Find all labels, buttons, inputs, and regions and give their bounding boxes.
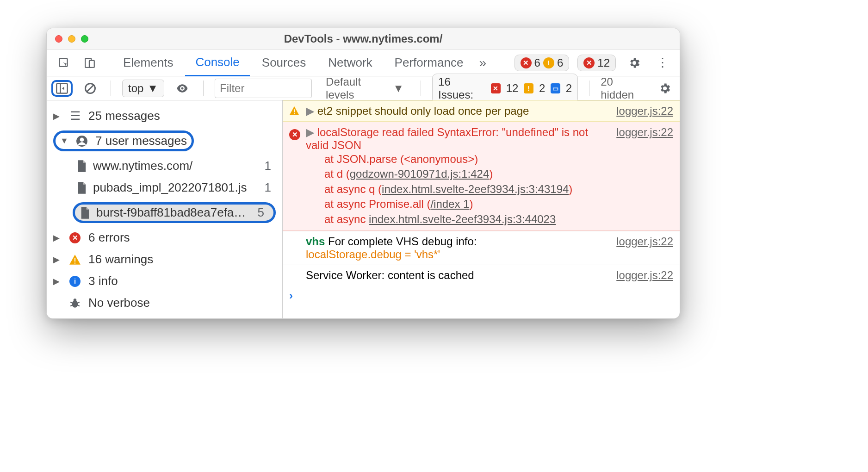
device-toolbar-icon[interactable] xyxy=(81,55,99,71)
sidebar-info-row[interactable]: ▶ i 3 info xyxy=(50,270,279,292)
devtools-window: DevTools - www.nytimes.com/ Elements Con… xyxy=(46,28,680,319)
svg-point-9 xyxy=(80,137,84,142)
sidebar-warnings-row[interactable]: ▶ 16 warnings xyxy=(50,248,279,270)
sidebar-source-row[interactable]: www.nytimes.com/ 1 xyxy=(50,155,279,177)
error-count: 6 xyxy=(534,56,540,69)
tab-console[interactable]: Console xyxy=(185,50,249,76)
separator xyxy=(108,55,108,71)
hidden-count[interactable]: 20 hidden xyxy=(601,75,646,101)
collapse-icon: ▼ xyxy=(60,136,68,146)
warning-icon xyxy=(68,254,82,266)
error-warning-badge[interactable]: ✕ 6 ! 6 xyxy=(515,55,570,71)
sidebar-verbose-row[interactable]: No verbose xyxy=(50,292,279,314)
stack-link[interactable]: index.html.svelte-2eef3934.js:3:43194 xyxy=(382,183,569,195)
issues-info-icon: ▭ xyxy=(551,83,560,93)
tab-sources[interactable]: Sources xyxy=(252,50,316,75)
sidebar-source-row[interactable]: pubads_impl_2022071801.js 1 xyxy=(50,177,279,199)
expand-icon: ▶ xyxy=(53,276,62,286)
kebab-menu-icon[interactable]: ⋮ xyxy=(653,54,672,72)
log-entry-info[interactable]: vhs For complete VHS debug info: localSt… xyxy=(283,231,680,265)
sidebar-source-row[interactable]: burst-f9baff81bad8ea7efa3c.js 5 xyxy=(50,199,279,227)
console-settings-icon[interactable] xyxy=(655,80,675,97)
source-link[interactable]: logger.js:22 xyxy=(611,126,673,227)
extension-error-count: 12 xyxy=(597,56,610,69)
stack-link[interactable]: /index 1 xyxy=(430,198,469,210)
log-entry-info[interactable]: Service Worker: content is cached logger… xyxy=(283,265,680,286)
svg-rect-2 xyxy=(89,60,94,67)
info-label: 3 info xyxy=(88,274,118,288)
stack-link[interactable]: godzown-9010971d.js:1:424 xyxy=(350,168,490,180)
issues-info-count: 2 xyxy=(566,82,572,95)
svg-line-14 xyxy=(70,302,72,303)
expand-icon[interactable]: ▶ xyxy=(306,126,314,138)
expand-icon: ▶ xyxy=(53,255,62,265)
source-link[interactable]: logger.js:22 xyxy=(611,235,673,261)
extension-error-icon: ✕ xyxy=(583,57,595,68)
sidebar-user-messages-row[interactable]: ▼ 7 user messages xyxy=(50,127,279,155)
settings-icon[interactable] xyxy=(624,55,645,71)
svg-point-12 xyxy=(72,300,78,307)
user-messages-label: 7 user messages xyxy=(95,134,187,148)
svg-rect-11 xyxy=(74,262,75,263)
error-icon: ✕ xyxy=(69,232,81,243)
tab-network[interactable]: Network xyxy=(318,50,382,75)
title-bar: DevTools - www.nytimes.com/ xyxy=(47,28,680,50)
list-icon: ☰ xyxy=(68,109,82,123)
issues-counter[interactable]: 16 Issues: ✕12 !2 ▭2 xyxy=(432,74,578,103)
sidebar-errors-row[interactable]: ▶ ✕ 6 errors xyxy=(50,227,279,248)
verbose-label: No verbose xyxy=(88,296,150,310)
messages-label: 25 messages xyxy=(88,109,160,123)
user-icon xyxy=(75,135,89,147)
live-expression-icon[interactable] xyxy=(173,80,192,97)
context-selector[interactable]: top ▼ xyxy=(122,80,164,97)
separator xyxy=(111,81,111,96)
svg-point-13 xyxy=(74,298,77,302)
expand-icon[interactable]: ▶ xyxy=(306,105,314,117)
bug-icon xyxy=(68,297,82,309)
levels-label: Default levels xyxy=(326,75,389,101)
tab-performance[interactable]: Performance xyxy=(384,50,474,75)
tab-elements[interactable]: Elements xyxy=(113,50,183,75)
log-message: et2 snippet should only load once per pa… xyxy=(317,105,529,117)
svg-line-15 xyxy=(77,302,79,303)
warning-count: 6 xyxy=(557,56,563,69)
svg-line-6 xyxy=(87,85,93,92)
issues-label: 16 Issues: xyxy=(438,75,485,101)
svg-line-17 xyxy=(77,305,79,306)
expand-icon: ▶ xyxy=(53,233,62,243)
svg-rect-0 xyxy=(59,58,67,66)
source-label: www.nytimes.com/ xyxy=(93,159,258,173)
error-icon: ✕ xyxy=(521,57,532,68)
sidebar-messages-row[interactable]: ▶ ☰ 25 messages xyxy=(50,105,279,127)
error-icon: ✕ xyxy=(289,126,301,227)
console-prompt[interactable]: › xyxy=(283,286,680,306)
more-tabs-icon[interactable]: » xyxy=(475,56,490,70)
issues-warning-count: 2 xyxy=(539,82,545,95)
issues-warning-icon: ! xyxy=(524,83,533,93)
extension-errors-badge[interactable]: ✕ 12 xyxy=(577,55,616,71)
toggle-sidebar-button[interactable] xyxy=(51,80,73,97)
source-link[interactable]: logger.js:22 xyxy=(611,105,673,118)
chevron-down-icon: ▼ xyxy=(147,82,158,95)
filter-input[interactable] xyxy=(215,79,312,98)
errors-label: 6 errors xyxy=(88,230,130,245)
svg-rect-18 xyxy=(294,109,295,112)
issues-error-count: 12 xyxy=(506,82,519,95)
file-icon xyxy=(76,182,87,194)
spacer xyxy=(289,235,301,261)
log-entry-warning[interactable]: ▶ et2 snippet should only load once per … xyxy=(283,100,680,122)
svg-rect-19 xyxy=(294,113,295,114)
source-link[interactable]: logger.js:22 xyxy=(611,269,673,282)
clear-console-icon[interactable] xyxy=(81,80,99,97)
warning-icon: ! xyxy=(543,57,554,68)
inspect-element-icon[interactable] xyxy=(55,55,73,71)
stack-link[interactable]: index.html.svelte-2eef3934.js:3:44023 xyxy=(369,213,556,225)
spacer xyxy=(289,269,301,282)
main-tab-strip: Elements Console Sources Network Perform… xyxy=(47,50,680,76)
filter-field[interactable] xyxy=(215,79,312,98)
separator xyxy=(421,81,421,96)
warning-icon xyxy=(289,105,301,118)
log-entry-error[interactable]: ✕ ▶ localStorage read failed SyntaxError… xyxy=(283,122,680,231)
source-count: 5 xyxy=(258,205,269,220)
log-levels-selector[interactable]: Default levels ▼ xyxy=(320,74,409,103)
